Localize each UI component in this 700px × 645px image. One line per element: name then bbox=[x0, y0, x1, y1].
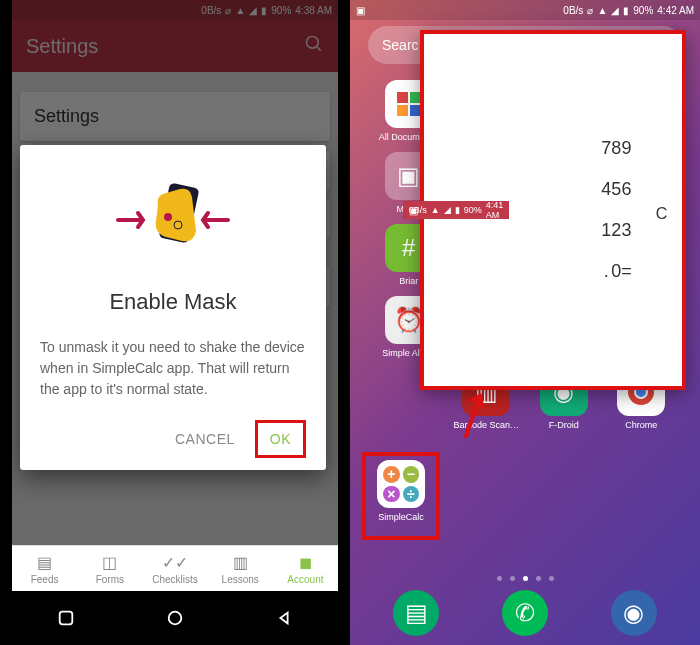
key-equals[interactable]: = bbox=[621, 255, 632, 288]
key-6[interactable]: 6 bbox=[621, 173, 632, 206]
nav-forms[interactable]: ◫Forms bbox=[77, 546, 142, 591]
key-9[interactable]: 9 bbox=[621, 132, 632, 165]
battery-icon: ▮ bbox=[455, 205, 460, 215]
key-0[interactable]: 0 bbox=[611, 255, 621, 288]
svg-point-6 bbox=[169, 612, 182, 625]
home-button[interactable] bbox=[166, 609, 184, 627]
nav-account[interactable]: ◼Account bbox=[273, 546, 338, 591]
calculator-popup: ▣ 0B/s ▲ ◢ ▮ 90% 4:41 AM 7 8 9 4 5 6 1 2… bbox=[420, 30, 686, 390]
back-button[interactable] bbox=[275, 609, 293, 627]
dock-messages[interactable]: ▤ bbox=[393, 590, 439, 636]
svg-rect-5 bbox=[60, 612, 73, 625]
key-2[interactable]: 2 bbox=[611, 214, 621, 247]
simplecalc-icon[interactable]: +− ×÷ bbox=[377, 460, 425, 508]
wifi-icon: ▲ bbox=[597, 5, 607, 16]
clock: 4:42 AM bbox=[657, 5, 694, 16]
nav-checklists[interactable]: ✓✓Checklists bbox=[142, 546, 207, 591]
simplecalc-label: SimpleCalc bbox=[366, 512, 436, 522]
calc-display bbox=[509, 155, 577, 265]
statusbar-right: ▣ 0B/s ⌀ ▲ ◢ ▮ 90% 4:42 AM bbox=[350, 0, 700, 20]
key-clear[interactable]: C bbox=[656, 197, 700, 223]
recent-apps-button[interactable] bbox=[57, 609, 75, 627]
lessons-icon: ▥ bbox=[233, 553, 248, 572]
nav-lessons[interactable]: ▥Lessons bbox=[208, 546, 273, 591]
dock-camera[interactable]: ◉ bbox=[611, 590, 657, 636]
key-8[interactable]: 8 bbox=[611, 132, 621, 165]
forms-icon: ◫ bbox=[102, 553, 117, 572]
vibrate-icon: ⌀ bbox=[587, 5, 593, 16]
key-7[interactable]: 7 bbox=[601, 132, 611, 165]
key-3[interactable]: 3 bbox=[621, 214, 632, 247]
picture-icon: ▣ bbox=[356, 5, 365, 16]
dock-phone[interactable]: ✆ bbox=[502, 590, 548, 636]
account-icon: ◼ bbox=[299, 553, 312, 572]
enable-mask-dialog: Enable Mask To unmask it you need to sha… bbox=[20, 145, 326, 470]
key-4[interactable]: 4 bbox=[601, 173, 611, 206]
svg-point-4 bbox=[174, 221, 182, 229]
key-1[interactable]: 1 bbox=[601, 214, 611, 247]
feeds-icon: ▤ bbox=[37, 553, 52, 572]
cancel-button[interactable]: CANCEL bbox=[163, 420, 247, 458]
phone-right: ▣ 0B/s ⌀ ▲ ◢ ▮ 90% 4:42 AM Searc All Doc… bbox=[350, 0, 700, 645]
bottom-nav: ▤Feeds ◫Forms ✓✓Checklists ▥Lessons ◼Acc… bbox=[12, 545, 338, 591]
calc-statusbar: ▣ 0B/s ▲ ◢ ▮ 90% 4:41 AM bbox=[403, 201, 509, 219]
android-navbar-left bbox=[12, 591, 338, 645]
dialog-title: Enable Mask bbox=[40, 289, 306, 315]
arrow-icon bbox=[458, 388, 488, 438]
page-indicator bbox=[350, 576, 700, 581]
wifi-icon: ▲ bbox=[431, 205, 440, 215]
signal-icon: ◢ bbox=[611, 5, 619, 16]
calc-keypad: 7 8 9 4 5 6 1 2 3 . 0 = bbox=[577, 118, 656, 302]
battery-icon: ▮ bbox=[623, 5, 629, 16]
svg-rect-7 bbox=[397, 92, 408, 103]
svg-point-3 bbox=[164, 213, 172, 221]
svg-rect-9 bbox=[397, 105, 408, 116]
simplecalc-highlight: +− ×÷ SimpleCalc bbox=[362, 452, 440, 540]
key-5[interactable]: 5 bbox=[611, 173, 621, 206]
nav-feeds[interactable]: ▤Feeds bbox=[12, 546, 77, 591]
checklists-icon: ✓✓ bbox=[162, 553, 188, 572]
net-speed: 0B/s bbox=[563, 5, 583, 16]
key-dot[interactable]: . bbox=[601, 255, 611, 288]
battery-pct: 90% bbox=[633, 5, 653, 16]
shake-phone-illustration bbox=[40, 175, 306, 265]
dialog-body: To unmask it you need to shake the devic… bbox=[40, 337, 306, 400]
ok-highlight: OK bbox=[255, 420, 306, 458]
picture-icon: ▣ bbox=[409, 205, 418, 216]
dock: ▤ ✆ ◉ bbox=[362, 585, 688, 641]
signal-icon: ◢ bbox=[444, 205, 451, 215]
ok-button[interactable]: OK bbox=[258, 423, 303, 455]
phone-left: 0B/s ⌀ ▲ ◢ ▮ 90% 4:38 AM Settings Settin… bbox=[0, 0, 350, 645]
